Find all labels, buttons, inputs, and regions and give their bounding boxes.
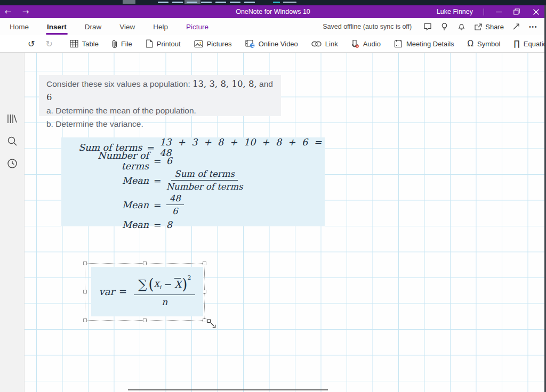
resize-handle[interactable] bbox=[83, 290, 87, 293]
omega-icon: Ω bbox=[468, 39, 473, 48]
resize-handle[interactable] bbox=[203, 318, 206, 322]
redo-icon[interactable]: ↻ bbox=[45, 39, 52, 49]
background-tab-dash bbox=[187, 2, 197, 3]
close-button[interactable] bbox=[526, 5, 546, 18]
resize-handle[interactable] bbox=[83, 262, 87, 265]
table-label: Table bbox=[82, 40, 99, 48]
symbol-button[interactable]: Ω Symbol bbox=[468, 39, 501, 48]
printout-icon bbox=[146, 39, 153, 48]
printout-button[interactable]: Printout bbox=[146, 39, 181, 48]
background-window-edge bbox=[128, 389, 328, 390]
search-icon[interactable] bbox=[6, 135, 18, 147]
variance-equation-block[interactable]: var = ∑ ( xi − X ) 2 n bbox=[91, 267, 203, 316]
fullscreen-icon[interactable] bbox=[512, 22, 521, 31]
table-icon bbox=[70, 39, 78, 48]
tab-view[interactable]: View bbox=[118, 20, 136, 34]
title-bar: ← → OneNote for Windows 10 Luke Finney bbox=[0, 5, 546, 18]
problem-text-block[interactable]: Consider these six values a population: … bbox=[39, 75, 281, 116]
tab-insert[interactable]: Insert bbox=[46, 20, 68, 34]
background-tab-dash bbox=[283, 2, 296, 3]
problem-line-1: Consider these six values a population: … bbox=[46, 77, 274, 104]
title-bar-divider bbox=[484, 9, 484, 15]
problem-line-3: b. Determine the variance. bbox=[46, 117, 274, 130]
minimize-button[interactable] bbox=[489, 5, 508, 18]
sync-status-text: Saved offline (auto sync is off) bbox=[323, 23, 412, 30]
printout-label: Printout bbox=[157, 40, 181, 48]
account-name[interactable]: Luke Finney bbox=[426, 8, 484, 15]
resize-handle[interactable] bbox=[143, 318, 147, 322]
background-tab-dash bbox=[172, 2, 183, 3]
tab-draw[interactable]: Draw bbox=[84, 20, 103, 34]
menu-bar: Home Insert Draw View Help Picture Saved… bbox=[0, 18, 546, 35]
audio-icon bbox=[351, 39, 359, 48]
problem-line-2: a. Determine the mean of the population. bbox=[46, 104, 274, 117]
left-sidebar bbox=[0, 53, 25, 392]
equation-row: Mean = 8 bbox=[69, 218, 325, 231]
background-window-strip bbox=[0, 0, 546, 5]
selected-object-frame[interactable]: var = ∑ ( xi − X ) 2 n bbox=[85, 263, 205, 321]
online-video-button[interactable]: Online Video bbox=[245, 39, 298, 48]
background-tab-block bbox=[123, 0, 135, 4]
variance-fraction: ∑ ( xi − X ) 2 n bbox=[134, 276, 195, 307]
exponent: 2 bbox=[187, 274, 191, 281]
table-button[interactable]: Table bbox=[70, 39, 99, 48]
tab-insert-label: Insert bbox=[47, 23, 67, 31]
audio-label: Audio bbox=[363, 40, 381, 48]
feedback-icon[interactable] bbox=[423, 22, 432, 31]
background-tab-dash bbox=[230, 2, 240, 3]
app-window: { "window": { "title": "OneNote for Wind… bbox=[0, 0, 546, 392]
link-button[interactable]: Link bbox=[311, 40, 338, 48]
right-paren: ) bbox=[182, 276, 187, 293]
x-bar: X bbox=[174, 279, 181, 290]
symbol-label: Symbol bbox=[477, 40, 500, 48]
link-label: Link bbox=[325, 40, 338, 48]
notifications-bell-icon[interactable] bbox=[457, 22, 466, 31]
pictures-button[interactable]: Pictures bbox=[194, 40, 232, 48]
more-options-icon[interactable]: ••• bbox=[529, 23, 537, 30]
notebooks-icon[interactable] bbox=[6, 113, 18, 125]
background-tab-dash bbox=[273, 2, 280, 3]
menu-bar-right: Saved offline (auto sync is off) bbox=[323, 18, 546, 35]
equation-button[interactable]: ∏ Equation bbox=[513, 39, 546, 48]
summation-sign: ∑ bbox=[138, 277, 147, 291]
paperclip-icon bbox=[112, 39, 117, 48]
resize-handle[interactable] bbox=[203, 262, 206, 265]
mean-equation-block[interactable]: Sum of terms = 13 + 3 + 8 + 10 + 8 + 6 =… bbox=[61, 137, 325, 226]
equation-row: Mean = Sum of termsNumber of terms bbox=[69, 169, 325, 192]
background-tab-dash bbox=[158, 2, 168, 3]
background-tab-dash bbox=[244, 2, 255, 3]
resize-handle[interactable] bbox=[143, 262, 147, 265]
equation-label: Equation bbox=[524, 40, 546, 48]
equals-sign: = bbox=[119, 286, 127, 297]
title-bar-right: Luke Finney bbox=[426, 5, 546, 18]
active-tab-underline bbox=[46, 33, 68, 35]
variance-numerator: ∑ ( xi − X ) 2 bbox=[134, 276, 195, 295]
file-label: File bbox=[121, 40, 132, 48]
ribbon-toolbar: ↺ ↻ Table File Printout bbox=[0, 35, 546, 53]
resize-handle[interactable] bbox=[203, 290, 206, 293]
audio-button[interactable]: Audio bbox=[351, 39, 381, 48]
file-attach-button[interactable]: File bbox=[112, 39, 132, 48]
variance-lhs: var bbox=[99, 286, 115, 297]
online-video-label: Online Video bbox=[259, 40, 298, 48]
equation-row: Mean = 486 bbox=[69, 193, 325, 216]
tab-help[interactable]: Help bbox=[152, 20, 169, 34]
share-button[interactable]: Share bbox=[474, 23, 504, 31]
x-sub-i: xi bbox=[154, 277, 162, 291]
meeting-details-button[interactable]: Meeting Details bbox=[394, 39, 454, 48]
restore-button[interactable] bbox=[508, 5, 526, 18]
pictures-icon bbox=[194, 40, 203, 48]
recent-notes-clock-icon[interactable] bbox=[6, 158, 18, 169]
lightbulb-icon[interactable] bbox=[440, 22, 449, 31]
undo-icon[interactable]: ↺ bbox=[28, 39, 35, 49]
resize-handle[interactable] bbox=[83, 318, 87, 322]
online-video-icon bbox=[245, 39, 255, 48]
note-page-canvas[interactable]: Consider these six values a population: … bbox=[25, 53, 546, 392]
background-tab-dash bbox=[201, 2, 212, 3]
pi-icon: ∏ bbox=[513, 39, 519, 48]
tab-home[interactable]: Home bbox=[9, 20, 30, 34]
link-icon bbox=[311, 41, 322, 47]
meeting-details-icon bbox=[394, 39, 403, 48]
tab-picture[interactable]: Picture bbox=[185, 20, 210, 34]
pictures-label: Pictures bbox=[207, 40, 232, 48]
